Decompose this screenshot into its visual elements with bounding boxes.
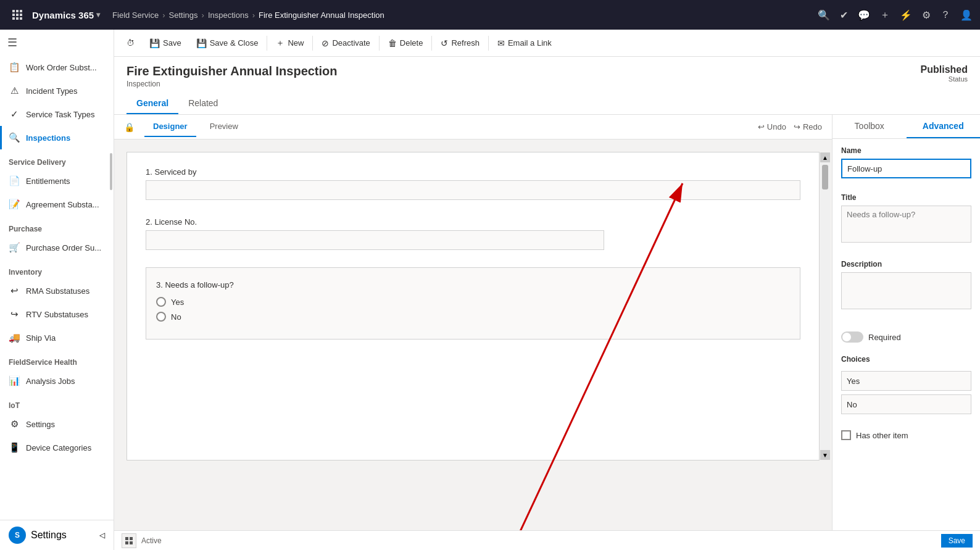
status-save-button[interactable]: Save <box>941 534 973 548</box>
rtv-icon: ↪ <box>9 309 20 320</box>
sidebar: ☰ 📋 Work Order Subst... ⚠ Incident Types… <box>0 30 114 550</box>
sidebar-item-rtv[interactable]: ↪ RTV Substatuses <box>0 302 114 326</box>
help-circle-icon[interactable]: 💬 <box>858 9 870 21</box>
settings-icon[interactable]: ⚙ <box>922 9 931 21</box>
delete-icon: 🗑 <box>388 38 397 48</box>
tab-related[interactable]: Related <box>178 93 228 114</box>
status-text: Active <box>141 536 162 545</box>
question-3-box: 3. Needs a follow-up? Yes No <box>146 267 800 340</box>
user-icon[interactable]: 👤 <box>960 9 973 21</box>
grid-menu-icon[interactable] <box>7 5 27 25</box>
svg-rect-13 <box>125 541 128 544</box>
scroll-up-arrow[interactable]: ▲ <box>820 152 830 162</box>
entitlement-icon: 📄 <box>9 175 20 186</box>
sidebar-item-analysis-jobs[interactable]: 📊 Analysis Jobs <box>0 369 114 393</box>
tab-preview[interactable]: Preview <box>201 117 247 137</box>
main-layout: ☰ 📋 Work Order Subst... ⚠ Incident Types… <box>0 30 980 550</box>
name-section: Name <box>833 139 980 186</box>
content-area: ⏱ 💾 Save 💾 Save & Close ＋ New ⊘ Deactiva… <box>114 30 980 550</box>
history-back-button[interactable]: ⏱ <box>119 30 142 57</box>
avatar: S <box>9 527 26 544</box>
title-field-input[interactable] <box>841 206 971 243</box>
collapse-icon[interactable]: ◁ <box>99 531 105 540</box>
checkmark-circle-icon[interactable]: ✔ <box>840 9 848 21</box>
tab-toolbox[interactable]: Toolbox <box>833 115 907 138</box>
choice-no-input[interactable] <box>841 394 971 414</box>
help-icon[interactable]: ？ <box>941 9 950 22</box>
tab-advanced[interactable]: Advanced <box>907 115 981 138</box>
canvas-scrollbar-thumb <box>822 165 828 190</box>
record-header: Fire Extinguisher Annual Inspection Insp… <box>114 57 980 115</box>
breadcrumb-field-service[interactable]: Field Service <box>112 10 159 20</box>
scroll-down-arrow[interactable]: ▼ <box>820 450 830 460</box>
sidebar-item-agreement[interactable]: 📝 Agreement Substa... <box>0 193 114 216</box>
rma-icon: ↩ <box>9 285 20 296</box>
sidebar-item-service-task-types[interactable]: ✓ Service Task Types <box>0 102 114 126</box>
search-icon[interactable]: 🔍 <box>818 9 830 21</box>
q2-text: License No. <box>154 217 197 227</box>
designer-area: 🔒 Designer Preview ↩ Undo ↪ Redo <box>114 115 980 530</box>
radio-no[interactable] <box>156 312 166 322</box>
form-canvas-inner: 1. Serviced by 2. License No. <box>127 152 820 460</box>
sidebar-item-work-order-subst[interactable]: 📋 Work Order Subst... <box>0 56 114 79</box>
sidebar-item-purchase-order[interactable]: 🛒 Purchase Order Su... <box>0 236 114 259</box>
new-label: New <box>288 38 304 48</box>
sidebar-user[interactable]: S Settings ◁ <box>0 520 114 550</box>
sidebar-label-purchase: Purchase Order Su... <box>26 243 101 252</box>
q3-option-no[interactable]: No <box>156 312 790 322</box>
section-service-delivery: Service Delivery <box>0 149 114 169</box>
sidebar-item-rma[interactable]: ↩ RMA Substatuses <box>0 279 114 302</box>
question-2: 2. License No. <box>146 217 800 250</box>
sidebar-label-rtv: RTV Substatuses <box>26 310 88 319</box>
breadcrumb-inspections[interactable]: Inspections <box>208 10 249 20</box>
q3-option-yes[interactable]: Yes <box>156 297 790 307</box>
device-icon: 📱 <box>9 442 20 453</box>
sidebar-item-incident-types[interactable]: ⚠ Incident Types <box>0 79 114 102</box>
inspect-icon: 🔍 <box>9 132 20 143</box>
redo-button[interactable]: ↪ Redo <box>794 122 822 131</box>
description-field-input[interactable] <box>841 272 971 309</box>
save-close-button[interactable]: 💾 Save & Close <box>189 30 266 57</box>
top-nav: Dynamics 365 ▾ Field Service › Settings … <box>0 0 980 30</box>
delete-label: Delete <box>400 38 423 48</box>
sidebar-toggle[interactable]: ☰ <box>0 30 114 56</box>
sidebar-item-ship-via[interactable]: 🚚 Ship Via <box>0 326 114 349</box>
app-name[interactable]: Dynamics 365 ▾ <box>32 10 100 20</box>
sidebar-item-iot-settings[interactable]: ⚙ Settings <box>0 412 114 436</box>
sidebar-item-entitlements[interactable]: 📄 Entitlements <box>0 169 114 193</box>
sidebar-item-device-categories[interactable]: 📱 Device Categories <box>0 436 114 459</box>
breadcrumb-settings[interactable]: Settings <box>169 10 198 20</box>
divider-4 <box>431 36 432 51</box>
lock-icon: 🔒 <box>124 122 135 132</box>
q1-label: 1. Serviced by <box>146 167 800 177</box>
email-link-button[interactable]: ✉ Email a Link <box>490 30 559 57</box>
tab-designer[interactable]: Designer <box>144 117 196 137</box>
plus-icon[interactable]: ＋ <box>880 9 890 22</box>
q1-input[interactable] <box>146 180 800 200</box>
grid-view-button[interactable] <box>122 533 136 548</box>
deactivate-button[interactable]: ⊘ Deactivate <box>314 30 377 57</box>
section-iot: IoT <box>0 393 114 412</box>
form-canvas-wrapper: 🔒 Designer Preview ↩ Undo ↪ Redo <box>114 115 832 530</box>
top-nav-right: 🔍 ✔ 💬 ＋ ⚡ ⚙ ？ 👤 <box>818 9 973 22</box>
tab-general[interactable]: General <box>127 93 178 114</box>
undo-icon: ↩ <box>758 122 765 131</box>
undo-button[interactable]: ↩ Undo <box>758 122 786 131</box>
required-label: Required <box>868 333 901 342</box>
radio-yes[interactable] <box>156 297 166 307</box>
sidebar-label-device: Device Categories <box>26 443 91 452</box>
has-other-checkbox[interactable] <box>841 430 851 440</box>
sidebar-item-inspections[interactable]: 🔍 Inspections <box>0 126 114 149</box>
q2-input[interactable] <box>146 230 604 250</box>
delete-button[interactable]: 🗑 Delete <box>381 30 431 57</box>
save-button[interactable]: 💾 Save <box>142 30 189 57</box>
breadcrumb: Field Service › Settings › Inspections ›… <box>112 10 384 20</box>
filter-icon[interactable]: ⚡ <box>900 9 912 21</box>
clipboard-icon: 📋 <box>9 62 20 73</box>
refresh-button[interactable]: ↺ Refresh <box>433 30 487 57</box>
name-field-input[interactable] <box>841 159 971 178</box>
required-toggle[interactable] <box>841 331 863 343</box>
record-subtitle: Inspection <box>127 80 338 88</box>
choice-yes-input[interactable] <box>841 371 971 391</box>
new-button[interactable]: ＋ New <box>268 30 311 57</box>
